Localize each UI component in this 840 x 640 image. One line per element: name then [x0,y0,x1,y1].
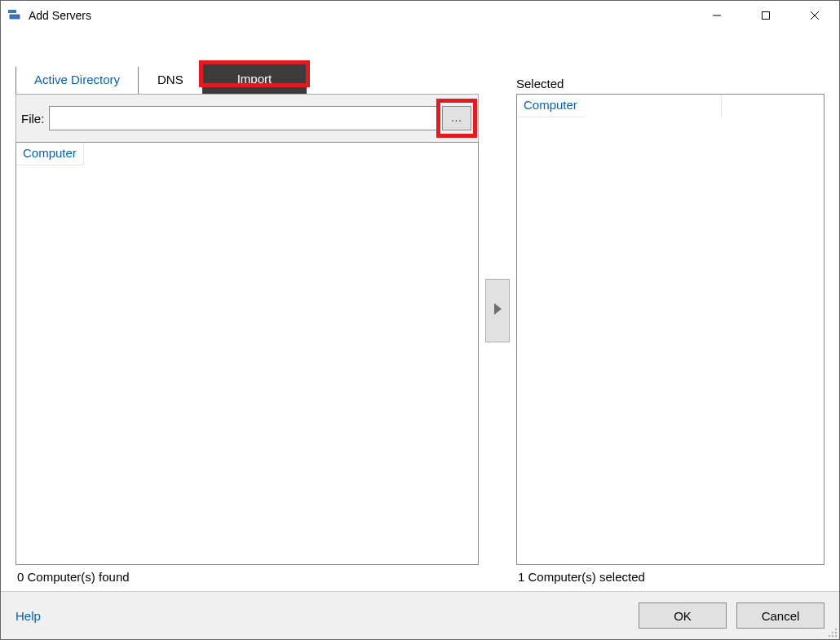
svg-point-13 [835,635,837,637]
svg-point-8 [835,629,837,630]
cancel-button[interactable]: Cancel [736,602,825,629]
tab-import-highlight: Import [202,67,307,94]
svg-point-12 [832,635,833,637]
right-header-space: Selected [516,30,825,94]
tab-import[interactable]: Import [202,64,307,94]
svg-rect-0 [8,10,16,13]
add-to-selected-button[interactable] [485,279,510,342]
tab-label: Import [237,72,272,86]
main-row: Active Directory DNS Import [1,30,839,591]
found-computers-list[interactable]: Computer [15,142,479,565]
file-path-input[interactable] [49,106,437,130]
column-header-label: Computer [23,146,77,160]
tab-label: DNS [157,73,183,86]
dialog-footer: Help OK Cancel [1,591,839,639]
column-separator [721,95,722,117]
maximize-button[interactable] [741,1,790,30]
tab-active-directory[interactable]: Active Directory [15,67,139,94]
selected-status: 1 Computer(s) selected [516,568,825,591]
middle-column [479,30,516,591]
right-column: Selected Computer 1 Computer(s) selected [516,30,825,591]
svg-rect-4 [763,12,770,20]
browse-button[interactable]: ... [442,106,471,130]
resize-grip[interactable] [826,626,838,638]
selected-title: Selected [516,77,564,90]
chevron-right-icon [492,302,503,320]
titlebar: Add Servers [1,1,839,30]
tabs-strip: Active Directory DNS Import [15,30,479,94]
help-link-label: Help [15,609,41,623]
minimize-button[interactable] [692,1,741,30]
svg-rect-1 [10,15,20,19]
svg-point-11 [829,635,830,637]
tabs: Active Directory DNS Import [15,67,307,94]
found-status: 0 Computer(s) found [15,568,479,591]
left-column: Active Directory DNS Import [15,30,479,591]
add-servers-window: Add Servers Active Directory [0,0,840,640]
tab-dns[interactable]: DNS [139,67,202,94]
browse-button-label: ... [451,113,462,124]
ok-button[interactable]: OK [639,602,727,629]
file-panel: File: ... [15,94,479,142]
svg-point-10 [835,632,837,633]
help-link[interactable]: Help [15,609,41,623]
button-label: Cancel [762,609,800,623]
window-controls [692,1,839,30]
content-area: Active Directory DNS Import [1,30,839,639]
button-label: OK [674,609,692,623]
svg-marker-7 [494,303,502,315]
close-button[interactable] [790,1,839,30]
svg-point-9 [832,632,833,633]
column-header-computer[interactable]: Computer [16,143,84,166]
window-title: Add Servers [29,9,91,22]
server-manager-icon [7,8,22,23]
file-label: File: [21,112,44,126]
tab-label: Active Directory [34,73,120,86]
selected-computers-list[interactable]: Computer [516,94,825,565]
column-header-label: Computer [524,98,577,112]
column-header-computer[interactable]: Computer [517,95,584,117]
